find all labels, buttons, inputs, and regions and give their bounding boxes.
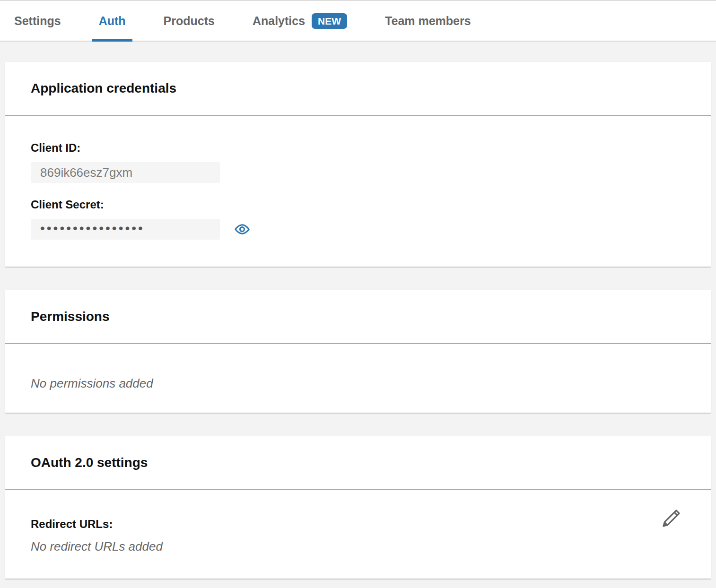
edit-redirect-urls-button[interactable] xyxy=(661,507,682,529)
client-id-value: 869ik66esz7gxm xyxy=(40,165,132,180)
tab-team-members-label: Team members xyxy=(385,14,471,28)
permissions-card: Permissions No permissions added xyxy=(5,290,711,413)
tab-analytics-label: Analytics xyxy=(253,14,305,28)
oauth-settings-header: OAuth 2.0 settings xyxy=(5,436,711,490)
tab-products-label: Products xyxy=(164,14,215,28)
client-id-field[interactable]: 869ik66esz7gxm xyxy=(31,162,220,183)
tab-team-members[interactable]: Team members xyxy=(378,1,478,41)
tab-auth-label: Auth xyxy=(99,14,126,28)
application-credentials-title: Application credentials xyxy=(31,81,176,96)
auth-settings-page: Application credentials Client ID: 869ik… xyxy=(0,42,716,579)
client-secret-masked-value: •••••••••••••••• xyxy=(40,221,145,236)
redirect-urls-label: Redirect URLs: xyxy=(31,518,685,531)
tab-settings-label: Settings xyxy=(14,14,61,28)
oauth-settings-title: OAuth 2.0 settings xyxy=(31,455,148,470)
client-secret-row: •••••••••••••••• xyxy=(31,219,685,240)
tab-auth[interactable]: Auth xyxy=(92,1,132,41)
permissions-empty-text: No permissions added xyxy=(31,376,685,391)
pencil-icon xyxy=(661,507,682,529)
client-secret-field[interactable]: •••••••••••••••• xyxy=(31,219,220,240)
permissions-title: Permissions xyxy=(31,309,110,324)
tab-analytics[interactable]: Analytics NEW xyxy=(246,1,354,41)
client-id-label: Client ID: xyxy=(31,141,685,155)
application-credentials-body: Client ID: 869ik66esz7gxm Client Secret:… xyxy=(5,116,711,267)
permissions-header: Permissions xyxy=(5,290,711,344)
tab-settings[interactable]: Settings xyxy=(8,1,68,41)
application-credentials-card: Application credentials Client ID: 869ik… xyxy=(5,62,711,267)
new-badge: NEW xyxy=(312,13,347,29)
permissions-body: No permissions added xyxy=(5,344,711,413)
redirect-urls-empty-text: No redirect URLs added xyxy=(31,539,685,554)
oauth-settings-body: Redirect URLs: No redirect URLs added xyxy=(5,490,711,579)
tab-products[interactable]: Products xyxy=(157,1,221,41)
reveal-secret-button[interactable] xyxy=(234,221,250,237)
oauth-settings-card: OAuth 2.0 settings Redirect URLs: No red… xyxy=(5,436,711,579)
tab-bar: Settings Auth Products Analytics NEW Tea… xyxy=(0,0,716,42)
eye-icon xyxy=(234,221,250,237)
client-secret-label: Client Secret: xyxy=(31,198,685,211)
application-credentials-header: Application credentials xyxy=(5,62,711,116)
